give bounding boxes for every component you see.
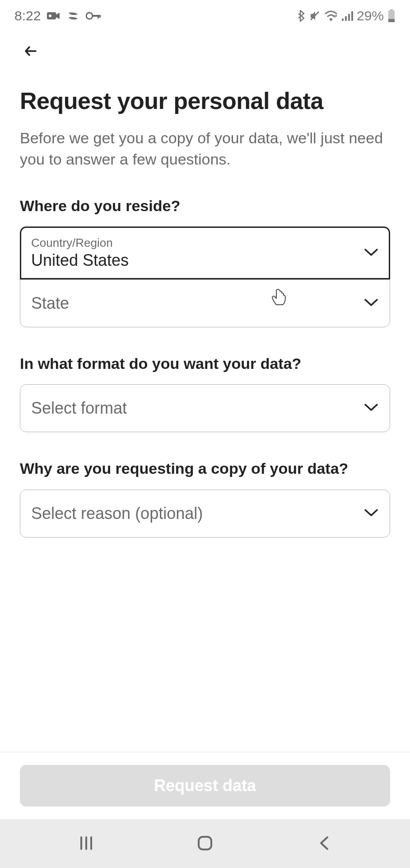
request-data-button[interactable]: Request data: [20, 765, 390, 807]
svg-rect-11: [351, 11, 353, 21]
svg-rect-4: [98, 15, 99, 19]
svg-rect-9: [345, 16, 347, 21]
format-label: In what format do you want your data?: [20, 354, 390, 373]
reason-label: Why are you requesting a copy of your da…: [20, 458, 390, 478]
reside-label: Where do you reside?: [20, 196, 390, 216]
svg-rect-18: [199, 837, 211, 849]
svg-rect-10: [348, 14, 350, 21]
svg-point-7: [330, 18, 332, 21]
nav-recents-button[interactable]: [68, 830, 104, 857]
format-placeholder: Select format: [31, 399, 127, 418]
svg-point-1: [49, 14, 51, 17]
main-content: Request your personal data Before we get…: [0, 62, 410, 538]
svg-rect-5: [99, 15, 101, 18]
key-icon: [86, 12, 101, 20]
arrow-left-icon: [23, 43, 38, 60]
nav-home-button[interactable]: [187, 830, 223, 857]
country-select[interactable]: Country/Region United States: [20, 226, 390, 279]
chevron-down-icon: [363, 298, 379, 309]
page-title: Request your personal data: [20, 88, 390, 115]
nav-back-icon: [318, 835, 329, 852]
android-nav-bar: [0, 819, 410, 868]
chevron-down-icon: [363, 403, 379, 414]
nav-back-button[interactable]: [306, 830, 342, 857]
chevron-down-icon: [363, 508, 379, 519]
camera-icon: [47, 11, 61, 21]
reason-placeholder: Select reason (optional): [31, 504, 203, 523]
signal-icon: [341, 10, 353, 21]
recents-icon: [79, 835, 94, 852]
battery-percent-label: 29%: [357, 8, 384, 24]
svg-rect-12: [390, 9, 393, 10]
svg-point-2: [86, 13, 93, 19]
home-icon: [196, 835, 214, 853]
status-left: 8:22: [14, 8, 101, 24]
status-time: 8:22: [14, 8, 41, 24]
chevron-down-icon: [363, 248, 379, 259]
svg-rect-14: [388, 19, 395, 22]
wifi-icon: [324, 10, 338, 21]
reside-section: Where do you reside? Country/Region Unit…: [20, 196, 390, 327]
country-value: United States: [31, 251, 129, 270]
reason-section: Why are you requesting a copy of your da…: [20, 458, 390, 537]
status-bar: 8:22 29%: [0, 0, 410, 32]
back-button[interactable]: [20, 41, 42, 62]
reason-select[interactable]: Select reason (optional): [20, 490, 390, 538]
svg-rect-3: [92, 15, 100, 17]
mute-icon: [309, 10, 321, 22]
format-section: In what format do you want your data? Se…: [20, 354, 390, 432]
bluetooth-icon: [296, 9, 305, 22]
country-floating-label: Country/Region: [31, 236, 129, 250]
svg-rect-8: [342, 19, 344, 21]
battery-icon: [387, 9, 396, 23]
bottom-action-bar: Request data: [0, 752, 410, 819]
state-select[interactable]: State: [20, 279, 390, 327]
status-right: 29%: [296, 8, 396, 24]
page-subtitle: Before we get you a copy of your data, w…: [20, 127, 390, 170]
header: [0, 32, 410, 62]
format-select[interactable]: Select format: [20, 384, 390, 432]
cast-icon: [67, 11, 79, 21]
state-placeholder: State: [31, 294, 69, 313]
